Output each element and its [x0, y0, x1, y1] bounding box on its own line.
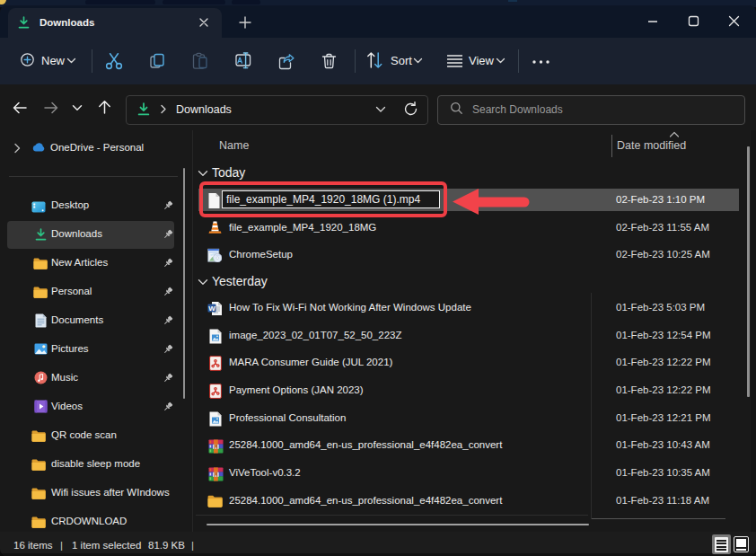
svg-text:W: W — [208, 304, 215, 313]
